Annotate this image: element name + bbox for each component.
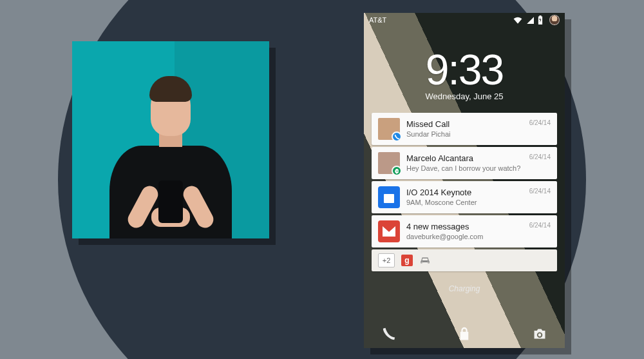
car-icon — [419, 255, 431, 266]
notification-date: 6/24/14 — [529, 153, 551, 160]
status-icons — [513, 15, 560, 25]
presenter-figure — [106, 62, 235, 238]
gmail-icon — [378, 220, 400, 242]
notification-subtitle: Sundar Pichai — [406, 130, 523, 139]
phone-icon — [392, 131, 402, 142]
notification-date: 6/24/14 — [529, 119, 551, 126]
notification-missed-call[interactable]: Missed Call Sundar Pichai 6/24/14 — [372, 113, 557, 145]
clock-date: Wednesday, June 25 — [364, 92, 565, 101]
notification-calendar[interactable]: I/O 2014 Keynote 9AM, Moscone Center 6/2… — [372, 181, 557, 213]
dialer-shortcut-icon[interactable] — [381, 325, 397, 342]
phone-lockscreen: AT&T 9:33 Wednesday, June 25 — [364, 13, 565, 348]
carrier-label: AT&T — [369, 16, 386, 24]
notification-title: Missed Call — [406, 119, 523, 130]
notification-gmail[interactable]: 4 new messages daveburke@google.com 6/24… — [372, 215, 557, 247]
notification-title: Marcelo Alcantara — [406, 153, 523, 164]
status-bar: AT&T — [364, 13, 565, 26]
overflow-count: +2 — [378, 253, 395, 267]
contact-avatar — [378, 118, 400, 140]
clock-time: 9:33 — [364, 45, 565, 94]
presenter-panel — [72, 41, 269, 238]
notification-hangouts[interactable]: Marcelo Alcantara Hey Dave, can I borrow… — [372, 147, 557, 179]
user-avatar-icon[interactable] — [549, 15, 560, 25]
lock-icon[interactable] — [456, 325, 473, 342]
contact-avatar — [378, 152, 400, 174]
notification-overflow[interactable]: +2 g — [372, 249, 557, 271]
cell-signal-icon — [526, 16, 534, 24]
hangouts-icon — [392, 166, 402, 176]
notification-title: I/O 2014 Keynote — [406, 188, 523, 198]
notification-date: 6/24/14 — [529, 188, 551, 195]
battery-charging-icon — [538, 15, 543, 24]
calendar-icon — [378, 186, 400, 208]
clock-block: 9:33 Wednesday, June 25 — [364, 45, 565, 101]
google-plus-icon: g — [401, 255, 413, 266]
notification-date: 6/24/14 — [529, 222, 551, 229]
lockscreen-nav — [364, 320, 565, 348]
charging-label: Charging — [364, 284, 565, 293]
notification-subtitle: daveburke@google.com — [406, 232, 523, 241]
notification-subtitle: 9AM, Moscone Center — [406, 198, 523, 207]
notification-title: 4 new messages — [406, 222, 523, 232]
notification-list: Missed Call Sundar Pichai 6/24/14 Marcel… — [372, 113, 557, 247]
camera-shortcut-icon[interactable] — [531, 325, 548, 342]
wifi-icon — [513, 16, 522, 24]
notification-subtitle: Hey Dave, can I borrow your watch? — [406, 164, 523, 173]
